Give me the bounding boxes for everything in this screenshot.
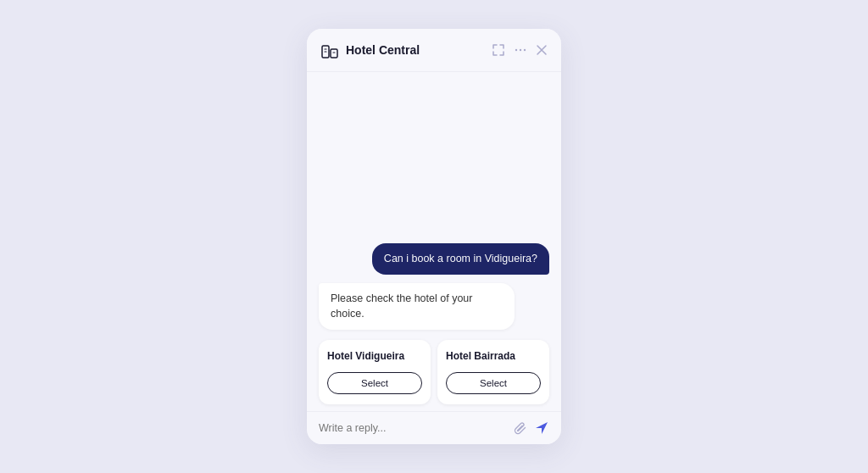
chat-window: Hotel Central Can i — [307, 29, 561, 444]
header-actions — [492, 43, 548, 57]
more-icon[interactable] — [514, 43, 527, 57]
close-icon[interactable] — [536, 44, 548, 56]
expand-icon[interactable] — [492, 43, 505, 57]
hotel-card-1-name: Hotel Vidigueira — [327, 350, 404, 364]
chat-header: Hotel Central — [307, 29, 561, 72]
chat-footer — [307, 411, 561, 444]
svg-point-6 — [520, 49, 521, 51]
svg-point-5 — [515, 49, 517, 51]
hotel-card-1-select-button[interactable]: Select — [327, 372, 422, 394]
hotel-card-2-name: Hotel Bairrada — [446, 350, 515, 364]
svg-point-7 — [524, 49, 526, 51]
bot-message: Please check the hotel of your choice. — [319, 283, 515, 330]
chat-body: Can i book a room in Vidigueira? Please … — [307, 72, 561, 411]
hotel-cards: Hotel Vidigueira Select Hotel Bairrada S… — [319, 340, 549, 404]
send-button[interactable] — [534, 420, 549, 436]
svg-rect-1 — [331, 49, 337, 58]
hotel-icon — [320, 41, 339, 59]
reply-input[interactable] — [319, 422, 507, 434]
hotel-card-2-select-button[interactable]: Select — [446, 372, 541, 394]
hotel-card-1: Hotel Vidigueira Select — [319, 340, 431, 404]
header-title: Hotel Central — [346, 43, 485, 57]
user-message: Can i book a room in Vidigueira? — [372, 243, 549, 275]
hotel-card-2: Hotel Bairrada Select — [437, 340, 549, 404]
attach-icon[interactable] — [514, 421, 527, 435]
